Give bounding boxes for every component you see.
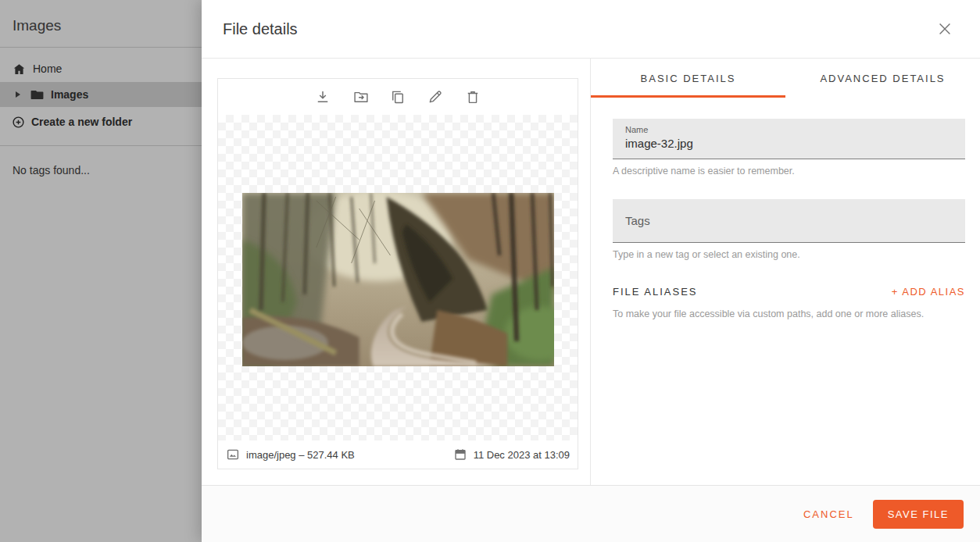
modal-header: File details [202, 0, 980, 59]
tags-helper-text: Type in a new tag or select an existing … [613, 249, 965, 260]
preview-toolbar [218, 79, 578, 115]
download-button[interactable] [315, 89, 331, 105]
calendar-icon [453, 448, 467, 462]
move-to-folder-button[interactable] [352, 89, 368, 105]
save-file-button[interactable]: SAVE FILE [873, 500, 964, 529]
page: Images Home Images [0, 0, 980, 542]
image-preview-canvas [218, 115, 578, 440]
delete-button[interactable] [465, 89, 481, 105]
image-file-icon [226, 448, 240, 462]
copy-button[interactable] [390, 89, 406, 105]
preview-card: image/jpeg – 527.44 KB 11 Dec 2023 at 13… [217, 78, 578, 469]
edit-icon [427, 89, 443, 105]
delete-icon [465, 89, 481, 105]
file-aliases-heading: FILE ALIASES [613, 286, 698, 298]
download-icon [315, 89, 331, 105]
preview-meta-bar: image/jpeg – 527.44 KB 11 Dec 2023 at 13… [218, 440, 578, 469]
cancel-button[interactable]: CANCEL [803, 508, 854, 520]
close-icon [936, 28, 953, 40]
name-field-label: Name [625, 125, 953, 134]
modal-action-bar: CANCEL SAVE FILE [202, 485, 980, 542]
tags-field[interactable] [613, 199, 965, 243]
add-alias-button[interactable]: + ADD ALIAS [892, 286, 965, 298]
aliases-helper-text: To make your file accessible via custom … [613, 308, 965, 319]
details-form-pane: BASIC DETAILS ADVANCED DETAILS Name A de… [591, 59, 980, 485]
tags-input[interactable] [625, 214, 953, 227]
close-button[interactable] [935, 20, 954, 39]
copy-icon [390, 89, 406, 105]
edit-button[interactable] [427, 89, 443, 105]
name-helper-text: A descriptive name is easier to remember… [613, 166, 965, 177]
name-field[interactable]: Name [613, 119, 965, 159]
tab-advanced-details[interactable]: ADVANCED DETAILS [785, 59, 980, 98]
details-tabs: BASIC DETAILS ADVANCED DETAILS [591, 59, 980, 98]
preview-photo [242, 193, 554, 366]
name-input[interactable] [625, 137, 953, 150]
preview-pane: image/jpeg – 527.44 KB 11 Dec 2023 at 13… [202, 59, 591, 485]
file-type-size: image/jpeg – 527.44 KB [246, 449, 355, 461]
file-details-modal: File details [202, 0, 980, 542]
move-to-folder-icon [352, 89, 368, 105]
file-date: 11 Dec 2023 at 13:09 [474, 449, 570, 461]
tab-basic-details[interactable]: BASIC DETAILS [591, 59, 785, 98]
modal-title: File details [223, 20, 298, 38]
